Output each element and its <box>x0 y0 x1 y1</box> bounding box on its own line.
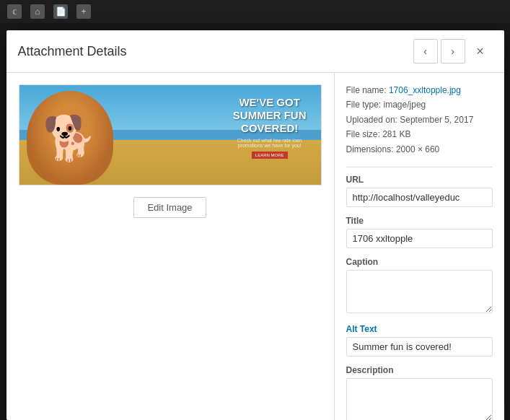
banner-main-text: WE'VE GOT SUMMER FUN COVERED! <box>233 96 307 135</box>
banner-sub-text: Check out what low rate loan promotions … <box>233 138 307 148</box>
field-label-alt-text: Alt Text <box>346 324 493 334</box>
modal-body: 🐕 WE'VE GOT SUMMER FUN COVERED! Check ou… <box>6 73 504 420</box>
field-group-caption: Caption <box>346 257 493 315</box>
add-icon[interactable]: + <box>76 4 91 19</box>
previous-button[interactable]: ‹ <box>413 39 438 64</box>
right-panel: File name: 1706_xxltopple.jpg File type:… <box>335 73 504 420</box>
banner-dog: 🐕 <box>27 91 113 185</box>
field-label-caption: Caption <box>346 257 493 267</box>
modal-title: Attachment Details <box>18 44 127 59</box>
banner-text: WE'VE GOT SUMMER FUN COVERED! Check out … <box>233 96 307 159</box>
wordpress-icon[interactable]: 𝕔 <box>7 4 22 19</box>
modal-navigation: ‹ › × <box>413 39 493 64</box>
left-panel: 🐕 WE'VE GOT SUMMER FUN COVERED! Check ou… <box>6 73 335 420</box>
close-button[interactable]: × <box>468 39 493 64</box>
file-info: File name: 1706_xxltopple.jpg File type:… <box>346 83 493 157</box>
file-name-label: File name: <box>346 85 387 95</box>
top-bar: 𝕔 ⌂ 📄 + <box>0 0 510 23</box>
field-group-alt-text: Alt Text <box>346 324 493 356</box>
file-name-value: 1706_xxltopple.jpg <box>389 85 461 95</box>
field-input-title[interactable] <box>346 229 493 248</box>
field-group-url: URL <box>346 175 493 207</box>
field-group-description: Description <box>346 365 493 420</box>
field-textarea-description[interactable] <box>346 378 493 420</box>
banner-learn-more: LEARN MORE <box>252 152 288 159</box>
uploaded-on-label: Uploaded on: <box>346 115 397 125</box>
home-icon[interactable]: ⌂ <box>30 4 45 19</box>
file-size-value: 281 KB <box>382 129 410 139</box>
field-label-title: Title <box>346 216 493 226</box>
dimensions-value: 2000 × 660 <box>396 144 439 154</box>
file-type-row: File type: image/jpeg <box>346 97 493 112</box>
file-size-row: File size: 281 KB <box>346 127 493 141</box>
uploaded-on-value: September 5, 2017 <box>400 115 473 125</box>
file-type-value: image/jpeg <box>384 100 426 110</box>
field-label-url: URL <box>346 175 493 185</box>
uploaded-on-row: Uploaded on: September 5, 2017 <box>346 113 493 127</box>
next-button[interactable]: › <box>441 39 465 64</box>
page-icon[interactable]: 📄 <box>53 4 68 19</box>
field-label-description: Description <box>346 365 493 375</box>
dimensions-row: Dimensions: 2000 × 660 <box>346 142 493 157</box>
info-divider <box>346 167 493 167</box>
dimensions-label: Dimensions: <box>346 144 394 154</box>
image-preview: 🐕 WE'VE GOT SUMMER FUN COVERED! Check ou… <box>19 84 322 185</box>
attachment-details-modal: Attachment Details ‹ › × 🐕 WE'VE <box>6 30 504 420</box>
fields-container: URLTitleCaptionAlt TextDescription <box>346 175 493 420</box>
field-textarea-caption[interactable] <box>346 270 493 313</box>
file-type-label: File type: <box>346 100 382 110</box>
field-input-url[interactable] <box>346 188 493 207</box>
file-size-label: File size: <box>346 129 380 139</box>
file-name-row: File name: 1706_xxltopple.jpg <box>346 83 493 97</box>
modal-backdrop: Attachment Details ‹ › × 🐕 WE'VE <box>0 23 510 420</box>
field-input-alt-text[interactable] <box>346 337 493 356</box>
modal-header: Attachment Details ‹ › × <box>6 30 504 73</box>
field-group-title: Title <box>346 216 493 248</box>
edit-image-button[interactable]: Edit Image <box>133 197 206 218</box>
banner-image: 🐕 WE'VE GOT SUMMER FUN COVERED! Check ou… <box>19 85 321 185</box>
